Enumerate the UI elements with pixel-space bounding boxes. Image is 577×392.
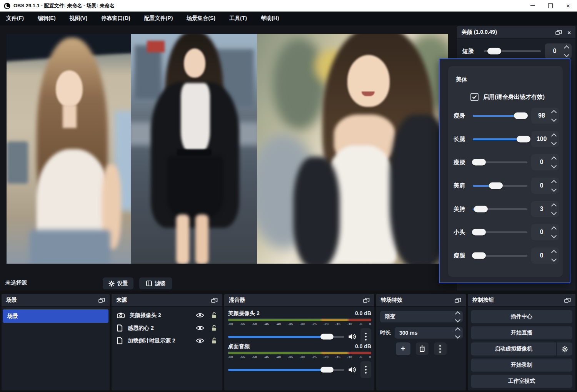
spin-down-icon[interactable]	[551, 186, 557, 191]
preview-canvas[interactable]	[7, 34, 448, 264]
start-streaming-button[interactable]: 开始直播	[471, 326, 572, 339]
spin-down-icon[interactable]	[551, 163, 557, 168]
transition-menu-button[interactable]	[434, 342, 447, 355]
small-head-slider[interactable]	[473, 231, 527, 233]
slider-handle[interactable]	[487, 48, 501, 55]
spin-up-icon[interactable]	[551, 179, 557, 185]
virtual-camera-settings-button[interactable]	[556, 342, 572, 355]
menu-profile[interactable]: 配置文件(P)	[144, 15, 173, 22]
visibility-eye-icon[interactable]	[196, 338, 204, 344]
popout-icon[interactable]	[564, 297, 571, 303]
channel-name: 桌面音频	[228, 343, 250, 350]
unlock-icon[interactable]	[211, 325, 217, 331]
slim-legs-slider[interactable]	[473, 255, 527, 257]
tick: -15	[335, 322, 340, 326]
minimize-button[interactable]	[524, 0, 542, 12]
scene-item-selected[interactable]: 场景	[3, 309, 108, 323]
popout-icon[interactable]	[363, 297, 370, 303]
speaker-icon[interactable]	[348, 333, 357, 340]
visibility-eye-icon[interactable]	[196, 312, 204, 318]
spin-down-icon[interactable]	[551, 233, 557, 238]
start-recording-button[interactable]: 开始录制	[471, 359, 572, 372]
start-virtual-camera-button[interactable]: 启动虚拟摄像机	[471, 342, 556, 355]
menu-file[interactable]: 文件(F)	[6, 15, 24, 22]
spin-down-icon[interactable]	[551, 209, 557, 215]
menu-help[interactable]: 帮助(H)	[261, 15, 279, 22]
spin-up-icon[interactable]	[551, 156, 557, 161]
kebab-icon	[439, 345, 441, 353]
menu-view[interactable]: 视图(V)	[70, 15, 88, 22]
menu-docks[interactable]: 停靠窗口(D)	[101, 15, 130, 22]
slider-handle[interactable]	[472, 252, 486, 259]
slider-handle[interactable]	[489, 183, 503, 189]
spin-up-icon[interactable]	[551, 226, 557, 231]
popout-icon[interactable]	[455, 297, 461, 303]
visibility-eye-icon[interactable]	[196, 325, 204, 331]
transition-select[interactable]: 渐变	[380, 311, 463, 322]
spin-up-icon[interactable]	[551, 133, 557, 138]
studio-mode-button[interactable]: 工作室模式	[471, 375, 572, 388]
spin-down-icon[interactable]	[551, 140, 557, 145]
spin-down-icon[interactable]	[551, 116, 557, 121]
unlock-icon[interactable]	[211, 337, 217, 344]
remove-transition-button[interactable]	[416, 342, 429, 355]
volume-slider[interactable]	[228, 369, 344, 371]
plugin-center-button[interactable]: 插件中心	[471, 310, 572, 323]
slider-handle[interactable]	[472, 229, 486, 236]
popout-icon[interactable]	[211, 297, 218, 303]
spin-chevrons-icon	[456, 327, 460, 339]
slim-body-slider[interactable]	[473, 115, 527, 117]
close-button[interactable]: ×	[559, 0, 577, 12]
filters-button[interactable]: 滤镜	[139, 277, 172, 289]
long-legs-slider[interactable]	[473, 138, 527, 140]
spin-up-icon[interactable]	[564, 45, 569, 50]
slider-handle[interactable]	[472, 159, 486, 166]
hips-slider[interactable]	[473, 208, 527, 210]
building-shape	[135, 45, 162, 99]
enable-checkbox[interactable]	[470, 93, 479, 101]
hips-spinbox: 3	[531, 201, 559, 217]
popout-icon[interactable]	[98, 297, 105, 303]
short-face-label: 短脸	[462, 48, 480, 55]
spin-down-icon[interactable]	[564, 51, 569, 57]
menu-scene-collection[interactable]: 场景集合(S)	[187, 15, 215, 22]
slider-handle[interactable]	[474, 206, 488, 213]
close-dock-icon[interactable]: ×	[567, 29, 571, 36]
sources-header: 来源	[112, 294, 222, 307]
speaker-icon[interactable]	[348, 366, 357, 373]
unlock-icon[interactable]	[211, 312, 217, 319]
slider-handle[interactable]	[320, 334, 334, 340]
slider-handle[interactable]	[514, 113, 528, 119]
short-face-slider-row: 短脸 0	[457, 39, 575, 59]
shoulders-slider[interactable]	[473, 185, 527, 187]
add-transition-button[interactable]: +	[396, 342, 410, 355]
source-settings-button[interactable]: 设置	[103, 277, 133, 289]
spin-down-icon[interactable]	[551, 256, 557, 261]
menu-edit[interactable]: 编辑(E)	[38, 15, 56, 22]
tick: -30	[300, 355, 305, 359]
channel-menu-button[interactable]	[360, 361, 371, 378]
channel-menu-button[interactable]	[360, 328, 371, 345]
filters-label: 滤镜	[155, 280, 165, 287]
spin-up-icon[interactable]	[551, 203, 557, 208]
duration-spinbox[interactable]: 300 ms	[395, 327, 463, 339]
slider-handle[interactable]	[517, 136, 530, 143]
short-face-slider[interactable]	[484, 50, 541, 52]
slim-waist-value: 0	[531, 159, 552, 166]
enable-row: 启用(请全身出镜才有效)	[470, 93, 545, 101]
source-row-media-2[interactable]: 加载倒计时显示源 2	[117, 336, 217, 345]
sources-list: 美颜摄像头 2 感恩的心 2	[112, 311, 222, 345]
slim-waist-slider[interactable]	[473, 161, 527, 163]
popout-icon[interactable]	[555, 30, 562, 35]
menu-tools[interactable]: 工具(T)	[229, 15, 247, 22]
volume-slider[interactable]	[228, 336, 344, 338]
tick: -55	[240, 355, 245, 359]
spin-up-icon[interactable]	[551, 249, 557, 255]
source-row-camera[interactable]: 美颜摄像头 2	[117, 311, 217, 320]
spin-up-icon[interactable]	[551, 110, 557, 115]
tick: -60	[228, 322, 233, 326]
maximize-button[interactable]	[542, 0, 559, 12]
slider-handle[interactable]	[320, 367, 334, 373]
source-row-media-1[interactable]: 感恩的心 2	[117, 324, 217, 332]
tick: -20	[324, 355, 329, 359]
